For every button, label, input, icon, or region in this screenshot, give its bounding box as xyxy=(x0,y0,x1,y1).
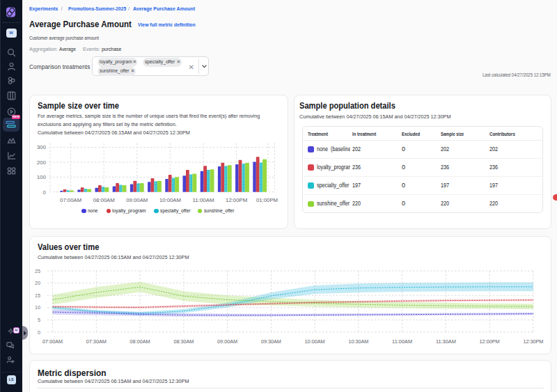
svg-text:11:00AM: 11:00AM xyxy=(392,338,412,345)
svg-text:300: 300 xyxy=(37,144,47,150)
svg-text:09:00AM: 09:00AM xyxy=(217,338,237,345)
svg-text:08:00AM: 08:00AM xyxy=(130,338,150,345)
svg-text:01:00PM: 01:00PM xyxy=(256,197,278,203)
svg-text:10:00AM: 10:00AM xyxy=(305,338,325,345)
svg-text:20: 20 xyxy=(35,280,40,286)
svg-text:07:00AM: 07:00AM xyxy=(42,338,63,345)
svg-text:100: 100 xyxy=(37,174,47,180)
svg-text:12:30PM: 12:30PM xyxy=(523,338,543,345)
svg-text:12:00PM: 12:00PM xyxy=(226,197,247,203)
svg-text:12:00PM: 12:00PM xyxy=(480,338,500,345)
svg-text:11:30AM: 11:30AM xyxy=(436,338,456,345)
svg-text:10: 10 xyxy=(35,304,40,311)
svg-text:10:30AM: 10:30AM xyxy=(348,338,368,345)
svg-text:07:00AM: 07:00AM xyxy=(60,197,81,203)
svg-text:0: 0 xyxy=(43,189,47,196)
svg-text:08:30AM: 08:30AM xyxy=(173,338,194,345)
svg-text:25: 25 xyxy=(35,268,40,274)
svg-text:200: 200 xyxy=(37,159,47,166)
svg-text:08:00AM: 08:00AM xyxy=(93,197,115,203)
svg-text:10:00AM: 10:00AM xyxy=(159,197,181,203)
svg-text:11:00AM: 11:00AM xyxy=(193,197,214,203)
svg-text:0: 0 xyxy=(38,329,40,336)
svg-text:07:30AM: 07:30AM xyxy=(86,338,107,345)
svg-text:09:30AM: 09:30AM xyxy=(261,338,281,345)
svg-text:09:00AM: 09:00AM xyxy=(126,197,148,203)
svg-text:15: 15 xyxy=(35,292,40,299)
svg-text:5: 5 xyxy=(38,317,40,323)
